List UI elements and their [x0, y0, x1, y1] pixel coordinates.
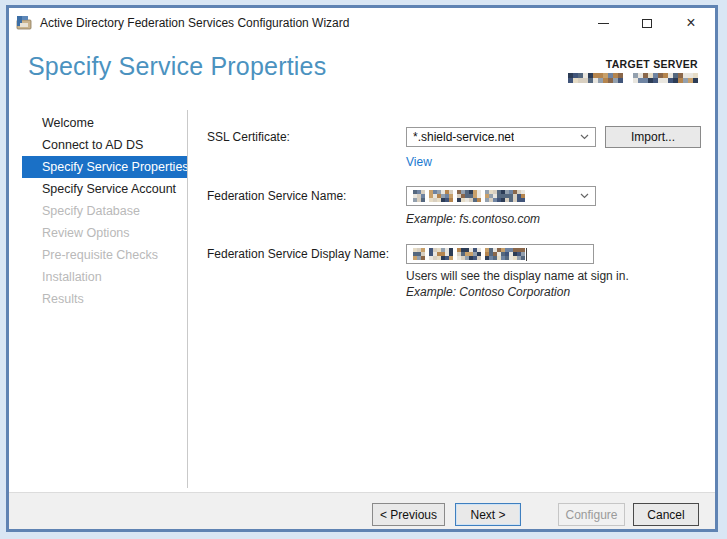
minimize-icon — [598, 23, 609, 24]
sidebar-item-results: Results — [22, 288, 188, 310]
import-button[interactable]: Import... — [605, 126, 701, 148]
sidebar-item-installation: Installation — [22, 266, 188, 288]
sidebar-divider — [187, 110, 188, 488]
title-bar: Active Directory Federation Services Con… — [9, 8, 715, 38]
next-button[interactable]: Next > — [455, 503, 521, 526]
redacted-federation-service-name — [413, 190, 525, 202]
display-name-hint: Users will see the display name at sign … — [406, 269, 629, 283]
sidebar-item-pre-requisite-checks: Pre-requisite Checks — [22, 244, 188, 266]
minimize-button[interactable] — [581, 8, 625, 38]
federation-service-name-label: Federation Service Name: — [207, 189, 346, 203]
display-name-example: Example: Contoso Corporation — [406, 285, 570, 299]
cancel-button[interactable]: Cancel — [633, 503, 699, 526]
view-certificate-link[interactable]: View — [406, 155, 432, 169]
chevron-down-icon — [580, 193, 589, 199]
sidebar-item-review-options: Review Options — [22, 222, 188, 244]
configure-button: Configure — [558, 503, 625, 526]
wizard-window: Active Directory Federation Services Con… — [6, 5, 718, 532]
redacted-display-name-value — [413, 248, 525, 260]
page-title: Specify Service Properties — [28, 52, 326, 81]
close-icon: × — [686, 15, 695, 31]
target-server-block: TARGET SERVER — [568, 58, 698, 83]
wizard-nav: Welcome Connect to AD DS Specify Service… — [22, 112, 188, 310]
window-title: Active Directory Federation Services Con… — [40, 16, 349, 30]
maximize-button[interactable] — [625, 8, 669, 38]
redacted-target-server-name — [568, 73, 698, 83]
sidebar-item-welcome[interactable]: Welcome — [22, 112, 188, 134]
sidebar-item-specify-database: Specify Database — [22, 200, 188, 222]
window-controls: × — [581, 8, 713, 38]
sidebar-item-specify-service-account[interactable]: Specify Service Account — [22, 178, 188, 200]
close-button[interactable]: × — [669, 8, 713, 38]
sidebar-item-connect-to-ad-ds[interactable]: Connect to AD DS — [22, 134, 188, 156]
ssl-certificate-label: SSL Certificate: — [207, 130, 290, 144]
federation-service-name-combobox[interactable] — [406, 186, 596, 206]
ssl-certificate-combobox[interactable]: *.shield-service.net — [406, 127, 596, 147]
target-server-label: TARGET SERVER — [568, 58, 698, 70]
federation-service-name-example: Example: fs.contoso.com — [406, 212, 540, 226]
federation-service-display-name-label: Federation Service Display Name: — [207, 247, 389, 261]
adfs-app-icon — [16, 15, 33, 31]
footer-button-bar: < Previous Next > Configure Cancel — [9, 492, 715, 529]
ssl-certificate-value: *.shield-service.net — [413, 130, 514, 144]
sidebar-item-specify-service-properties[interactable]: Specify Service Properties — [22, 156, 188, 178]
chevron-down-icon — [580, 134, 589, 140]
federation-service-display-name-input[interactable] — [406, 244, 594, 264]
maximize-icon — [642, 19, 652, 28]
text-caret — [526, 248, 527, 261]
previous-button[interactable]: < Previous — [372, 503, 445, 526]
